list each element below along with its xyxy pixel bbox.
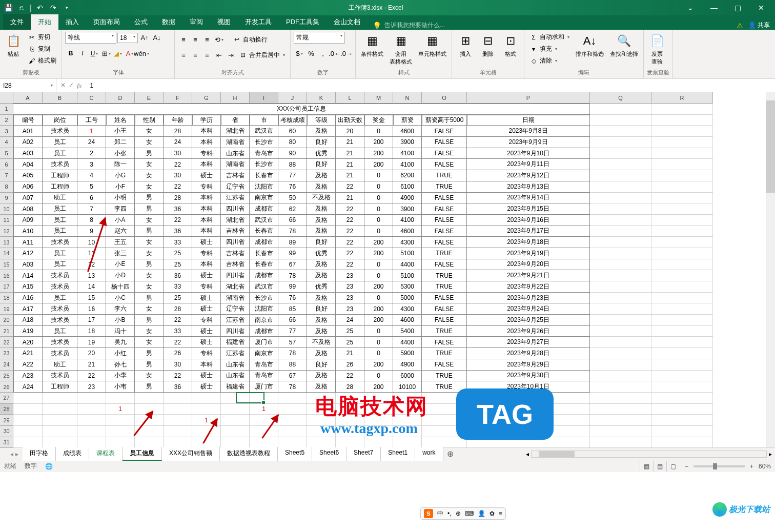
cell[interactable]: 长春市 bbox=[250, 170, 278, 181]
cell[interactable]: 77 bbox=[278, 170, 307, 181]
cell[interactable]: 36 bbox=[164, 203, 192, 215]
cell[interactable]: 19 bbox=[77, 337, 106, 348]
cell[interactable]: 专科 bbox=[192, 148, 221, 159]
cell[interactable]: 本科 bbox=[192, 215, 221, 226]
cell[interactable]: 南京市 bbox=[250, 193, 278, 204]
cell[interactable]: 4300 bbox=[393, 303, 422, 315]
cell[interactable]: 200 bbox=[364, 381, 393, 393]
cell[interactable]: 硕士 bbox=[192, 326, 221, 337]
cell[interactable]: 沈阳市 bbox=[250, 181, 278, 193]
cell[interactable] bbox=[135, 393, 164, 404]
cell[interactable] bbox=[590, 137, 651, 148]
tab-file[interactable]: 文件 bbox=[3, 14, 31, 30]
cell[interactable]: 成都市 bbox=[250, 237, 278, 248]
cell[interactable]: 及格 bbox=[307, 270, 336, 281]
cell[interactable]: 0 bbox=[364, 181, 393, 193]
cell[interactable]: A24 bbox=[13, 381, 43, 393]
cell[interactable]: 2023年9月30日 bbox=[467, 371, 590, 382]
cell[interactable]: 女 bbox=[135, 181, 164, 193]
cell[interactable] bbox=[590, 359, 651, 371]
cell[interactable] bbox=[651, 437, 713, 447]
cell[interactable]: A12 bbox=[13, 248, 43, 259]
cell[interactable]: 及格 bbox=[307, 315, 336, 326]
cell[interactable]: 及格 bbox=[307, 381, 336, 393]
cell[interactable]: 17 bbox=[77, 315, 106, 326]
cell[interactable]: 28 bbox=[164, 303, 192, 315]
row-header-12[interactable]: 12 bbox=[0, 226, 13, 237]
cell[interactable]: 4900 bbox=[393, 359, 422, 371]
cell[interactable]: 0 bbox=[364, 337, 393, 348]
cell[interactable]: 22 bbox=[164, 159, 192, 170]
cell[interactable]: 陈一 bbox=[106, 159, 135, 170]
sheet-tab-成绩表[interactable]: 成绩表 bbox=[56, 447, 89, 461]
cell[interactable]: 山东省 bbox=[221, 371, 250, 382]
ime-punct[interactable]: •, bbox=[447, 510, 452, 517]
cell[interactable]: 四川省 bbox=[221, 237, 250, 248]
cell[interactable]: 湖北省 bbox=[221, 281, 250, 293]
italic-button[interactable]: I bbox=[77, 48, 88, 59]
share-button[interactable]: 👤 共享 bbox=[748, 21, 770, 30]
insert-button[interactable]: ⊞插入 bbox=[455, 32, 476, 59]
cell[interactable]: 60 bbox=[278, 126, 307, 137]
cell[interactable]: 男 bbox=[135, 359, 164, 371]
cell[interactable]: 青岛市 bbox=[250, 148, 278, 159]
cell[interactable]: A05 bbox=[13, 170, 43, 181]
cell[interactable]: 2023年9月21日 bbox=[467, 270, 590, 281]
cell[interactable]: 男 bbox=[135, 203, 164, 215]
hscroll-thumb[interactable] bbox=[539, 451, 575, 457]
row-header-13[interactable]: 13 bbox=[0, 237, 13, 248]
cell[interactable]: FALSE bbox=[422, 193, 467, 204]
cell[interactable]: 福建省 bbox=[221, 337, 250, 348]
cell[interactable] bbox=[590, 415, 651, 426]
cell[interactable]: 小张 bbox=[106, 148, 135, 159]
fx-icon[interactable]: fx bbox=[77, 81, 81, 90]
cell[interactable]: 及格 bbox=[307, 293, 336, 304]
cell[interactable]: 2023年9月17日 bbox=[467, 226, 590, 237]
cell[interactable]: 22 bbox=[164, 337, 192, 348]
cell[interactable]: FALSE bbox=[422, 159, 467, 170]
cell[interactable] bbox=[278, 415, 307, 426]
cell[interactable] bbox=[77, 426, 106, 437]
cell[interactable]: 技术员 bbox=[43, 159, 77, 170]
cell[interactable]: 及格 bbox=[307, 326, 336, 337]
zoom-in-icon[interactable]: + bbox=[750, 463, 753, 470]
cell[interactable]: 6100 bbox=[393, 181, 422, 193]
cell[interactable]: A03 bbox=[13, 148, 43, 159]
cell[interactable] bbox=[590, 293, 651, 304]
cell[interactable]: 21 bbox=[336, 159, 364, 170]
enter-formula-icon[interactable]: ✓ bbox=[69, 81, 74, 90]
cell[interactable] bbox=[43, 393, 77, 404]
cell[interactable]: FALSE bbox=[422, 226, 467, 237]
cell[interactable]: 22 bbox=[336, 226, 364, 237]
zoom-value[interactable]: 60% bbox=[759, 463, 771, 470]
align-left-icon[interactable]: ≡ bbox=[178, 49, 189, 60]
cell[interactable] bbox=[43, 404, 77, 415]
font-size-select[interactable]: 18▾ bbox=[117, 33, 138, 43]
sheet-tab-课程表[interactable]: 课程表 bbox=[89, 447, 123, 461]
row-header-4[interactable]: 4 bbox=[0, 137, 13, 148]
cell[interactable] bbox=[651, 226, 713, 237]
cell[interactable]: 1 bbox=[106, 404, 135, 415]
cell[interactable] bbox=[393, 437, 422, 447]
cell[interactable] bbox=[590, 371, 651, 382]
cell[interactable]: 99 bbox=[278, 281, 307, 293]
row-header-24[interactable]: 24 bbox=[0, 359, 13, 371]
row-header-30[interactable]: 30 bbox=[0, 426, 13, 437]
cell[interactable]: FALSE bbox=[422, 126, 467, 137]
tab-视图[interactable]: 视图 bbox=[210, 14, 238, 30]
cell[interactable]: 专科 bbox=[192, 348, 221, 359]
ime-full-icon[interactable]: ⊕ bbox=[456, 510, 461, 517]
cell[interactable]: 女 bbox=[135, 337, 164, 348]
cell[interactable]: 及格 bbox=[307, 126, 336, 137]
cell[interactable]: 30 bbox=[164, 359, 192, 371]
cell[interactable]: 湖北省 bbox=[221, 215, 250, 226]
cell[interactable]: 郑二 bbox=[106, 137, 135, 148]
cell[interactable]: A19 bbox=[13, 326, 43, 337]
find-select-button[interactable]: 🔍查找和选择 bbox=[608, 32, 640, 59]
indent-dec-icon[interactable]: ⇤ bbox=[213, 49, 225, 60]
cell[interactable]: 4100 bbox=[393, 159, 422, 170]
table-format-button[interactable]: ▦套用 表格格式 bbox=[388, 32, 414, 67]
cell[interactable]: 硕士 bbox=[192, 303, 221, 315]
cell[interactable]: 28 bbox=[336, 381, 364, 393]
col-header-H[interactable]: H bbox=[221, 92, 250, 104]
